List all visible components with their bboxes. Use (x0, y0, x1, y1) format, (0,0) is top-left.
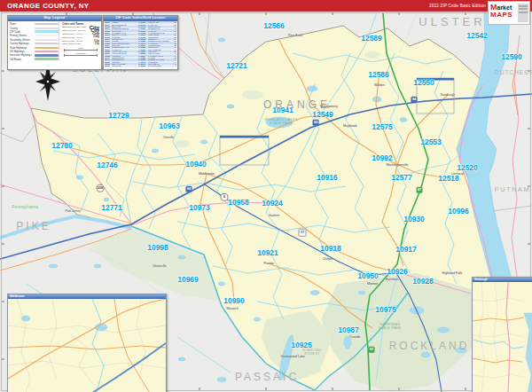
edition-label: 2022 ZIP Code Basic Edition (429, 4, 486, 8)
index-row: 12780SPARROW BUSHA4 (141, 65, 177, 67)
legend-row-label: Toll Roads (10, 58, 35, 61)
legend-scalebars: MilesKilometers (62, 47, 99, 56)
scale-bar-line (64, 55, 98, 56)
index-row: 10963OTISVILLEB4 (105, 65, 141, 67)
legend-line-sample (35, 54, 59, 57)
scale-bar-line (64, 50, 98, 51)
legend-row-label: County Highways (10, 42, 35, 45)
logo-maps: MAPS (490, 12, 517, 19)
map-page: Middletown Newburgh (0, 0, 532, 392)
legend-line-sample (35, 43, 59, 44)
legend-panel: Map Legend StateCountyZIP CodePrimary St… (7, 15, 102, 70)
inset-newburgh-map (473, 282, 532, 392)
legend-row: Toll Roads (10, 58, 59, 61)
scale-bar: Miles (62, 47, 99, 51)
legend-city-label: Cities 500,000 and Above (62, 26, 86, 28)
inset-newburgh: Newburgh (472, 277, 532, 392)
legend-line-sample (35, 23, 59, 25)
logo-rest: arket (497, 4, 512, 11)
legend-row-label: State Highways (10, 46, 35, 50)
legend-row-label: County (10, 27, 35, 30)
legend-line-sample (35, 27, 59, 29)
inset-middletown-map (8, 299, 166, 392)
zip-index-col2: 10969PINE ISLANDC610973SLATE HILLC510975… (141, 21, 177, 67)
legend-city-sample: City (95, 43, 99, 46)
inset-middletown: Middletown (7, 294, 167, 392)
legend-line-sample (35, 39, 59, 41)
legend-row-label: Primary Streets (10, 34, 35, 37)
legend-city-label: Cities 100,000 - 499,999 (62, 29, 85, 32)
legend-row-label: State (10, 22, 35, 26)
legend-line-sample (35, 30, 59, 33)
title-banner: ORANGE COUNTY, NY 2022 ZIP Code Basic Ed… (0, 0, 532, 12)
zip-index-col1: 10910ARDENF610911BEAR MOUNTAING610912BEL… (105, 21, 141, 67)
legend-row-label: Secondary Streets (10, 38, 35, 42)
legend-city-label: Cities 10,000 - 24,999 (62, 40, 82, 43)
legend-line-sample (35, 58, 59, 60)
scale-bar: Kilometers (62, 52, 99, 56)
legend-city-label: Cities Under 10,000 (62, 43, 81, 45)
legend-line-list: StateCountyZIP CodePrimary StreetsSecond… (10, 22, 59, 61)
logo-side-box (518, 4, 528, 22)
page-title: ORANGE COUNTY, NY (7, 2, 90, 10)
legend-line-sample (35, 47, 59, 49)
legend-city-label: Cities 25,000 - 49,999 (62, 36, 82, 39)
legend-row-label: Interstate Highways (10, 53, 35, 57)
legend-city-row: Cities Under 10,000City (62, 43, 99, 46)
legend-row-label: US Highways (10, 50, 35, 53)
legend-row-label: ZIP Code (10, 30, 35, 34)
legend-city-label: Cities 50,000 - 99,999 (62, 33, 82, 35)
zip-index-panel: ZIP Code Index/Grid Locator 10910ARDENF6… (103, 15, 178, 70)
legend-city-classes: Cities 500,000 and AboveCityCities 100,0… (62, 26, 99, 46)
legend-line-sample (35, 35, 59, 36)
marketmaps-logo: Market MAPS (488, 1, 530, 25)
legend-line-sample (35, 51, 59, 52)
